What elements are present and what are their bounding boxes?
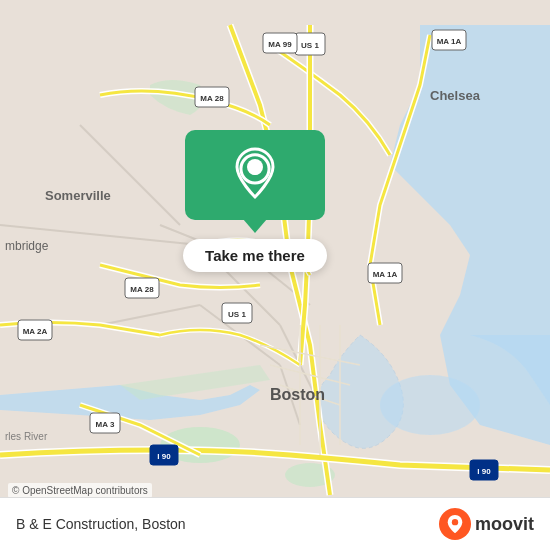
take-me-there-button[interactable]: Take me there bbox=[183, 239, 327, 272]
svg-text:MA 1A: MA 1A bbox=[437, 37, 462, 46]
bottom-bar: B & E Construction, Boston moovit bbox=[0, 497, 550, 550]
moovit-brand-text: moovit bbox=[475, 514, 534, 535]
svg-line-5 bbox=[100, 305, 200, 325]
svg-text:MA 2A: MA 2A bbox=[23, 327, 48, 336]
popup-arrow bbox=[243, 219, 267, 233]
svg-point-49 bbox=[247, 159, 263, 175]
svg-text:MA 28: MA 28 bbox=[130, 285, 154, 294]
svg-point-50 bbox=[452, 519, 458, 525]
svg-text:MA 99: MA 99 bbox=[268, 40, 292, 49]
svg-text:Somerville: Somerville bbox=[45, 188, 111, 203]
svg-text:MA 28: MA 28 bbox=[200, 94, 224, 103]
svg-text:MA 1A: MA 1A bbox=[373, 270, 398, 279]
moovit-logo: moovit bbox=[439, 508, 534, 540]
svg-text:mbridge: mbridge bbox=[5, 239, 49, 253]
location-label: B & E Construction, Boston bbox=[16, 516, 186, 532]
map-attribution: © OpenStreetMap contributors bbox=[8, 483, 152, 498]
svg-text:US 1: US 1 bbox=[228, 310, 246, 319]
svg-text:rles River: rles River bbox=[5, 431, 48, 442]
svg-point-0 bbox=[380, 375, 480, 435]
popup-card: Take me there bbox=[160, 130, 350, 272]
pin-svg bbox=[231, 147, 279, 203]
svg-text:Boston: Boston bbox=[270, 386, 325, 403]
moovit-logo-icon bbox=[439, 508, 471, 540]
svg-text:Chelsea: Chelsea bbox=[430, 88, 481, 103]
popup-green-box bbox=[185, 130, 325, 220]
map-container: US 1 MA 28 MA 99 MA 1A I 93 MA 28 US 1 M… bbox=[0, 0, 550, 550]
moovit-pin-icon bbox=[445, 514, 465, 534]
svg-text:I 90: I 90 bbox=[477, 467, 491, 476]
svg-text:MA 3: MA 3 bbox=[96, 420, 115, 429]
map-svg: US 1 MA 28 MA 99 MA 1A I 93 MA 28 US 1 M… bbox=[0, 0, 550, 550]
svg-text:US 1: US 1 bbox=[301, 41, 319, 50]
svg-text:I 90: I 90 bbox=[157, 452, 171, 461]
